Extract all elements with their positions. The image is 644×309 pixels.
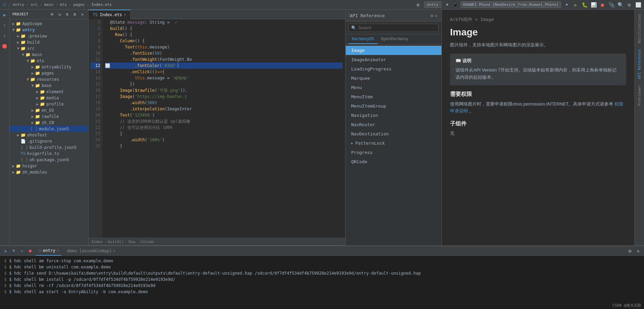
- tree-arrow-entry: ▼: [11, 27, 16, 32]
- api-list-item-menuitem[interactable]: MenuItem: [346, 92, 441, 101]
- panel-menu-button[interactable]: ⋮: [346, 12, 353, 17]
- profile-icon[interactable]: 📊: [590, 2, 597, 8]
- terminal-settings-icon[interactable]: ⚙: [627, 248, 633, 254]
- tree-item-en-us[interactable]: ▶ 📁 en_US: [10, 107, 88, 113]
- tree-item-media[interactable]: ▶ 📁 media: [10, 95, 88, 101]
- breadcrumb-ets: ets: [60, 2, 67, 7]
- tree-arrow-base: ▼: [30, 83, 35, 88]
- terminal-stop-icon[interactable]: ■: [27, 247, 33, 255]
- line-numbers: 5 6 7 8 9 10 11 12 13 14 15 16 17 18 19 …: [89, 19, 102, 238]
- tree-item-element[interactable]: ▶ 📁 element: [10, 89, 88, 95]
- tree-arrow-ets: ▼: [25, 58, 30, 63]
- debug-icon[interactable]: 🐛: [582, 2, 588, 8]
- api-settings-icon[interactable]: ⚙: [430, 13, 433, 18]
- code-editor[interactable]: @State message: String = ✓ build() { Row…: [102, 19, 345, 238]
- breadcrumb-pages: pages: [73, 2, 85, 7]
- tree-item-build[interactable]: ▶ 📁 build: [10, 39, 88, 45]
- api-close-icon[interactable]: ✕: [435, 13, 437, 18]
- run-up-icon[interactable]: ↑: [1, 21, 9, 29]
- api-list-item-patternlock[interactable]: ▶ PatternLock: [346, 139, 441, 148]
- tree-label-appscope: AppScope: [22, 21, 42, 26]
- tree-item-hvigor[interactable]: ▶ 📁 hvigor: [10, 163, 88, 169]
- tree-item-appscope[interactable]: ▶ 📁 AppScope: [10, 21, 88, 27]
- breadcrumb-build: build(): [108, 240, 124, 244]
- tree-item-resources[interactable]: ▼ 📁 resources: [10, 76, 88, 82]
- tree-item-base[interactable]: ▼ 📁 base: [10, 82, 88, 89]
- terminal-run-play-icon[interactable]: ↻: [19, 247, 25, 255]
- tree-item-profile[interactable]: ▶ 📁 profile: [10, 101, 88, 107]
- api-list-item-navrouter[interactable]: NavRouter: [346, 120, 441, 129]
- api-list-item-image[interactable]: Image: [346, 46, 441, 55]
- api-list-item-loadingprogress[interactable]: LoadingProgress: [346, 64, 441, 74]
- stop-icon[interactable]: ■: [599, 2, 606, 8]
- terminal-close-panel-icon[interactable]: ✕: [635, 248, 641, 254]
- tree-item-entryability[interactable]: ▶ 📁 entryability: [10, 64, 88, 70]
- api-list-item-menuitemgroup[interactable]: MenuItemGroup: [346, 101, 441, 111]
- tree-arrow-hvigor-root: ▶: [11, 164, 16, 168]
- settings-sidebar-icon[interactable]: ⚙: [72, 11, 78, 18]
- terminal-content[interactable]: $ $ hdc shell am force-stop com.example.…: [0, 256, 644, 301]
- close-sidebar-icon[interactable]: ✕: [79, 11, 85, 18]
- right-tab-api-reference[interactable]: API Reference: [636, 47, 643, 82]
- tree-item-src[interactable]: ▼ 📁 src: [10, 45, 88, 52]
- right-tab-notifications[interactable]: Notifications: [636, 11, 643, 46]
- breadcrumb-entry[interactable]: ⬡: [3, 2, 6, 7]
- tree-item-entry[interactable]: ▼ 📁 entry: [10, 27, 88, 33]
- tree-item-module-json[interactable]: ▶ { } module.json5: [10, 126, 88, 132]
- device-dropdown-icon[interactable]: ▼: [564, 2, 570, 8]
- api-list-item-imageanimator[interactable]: ImageAnimator: [346, 55, 441, 64]
- tree-item-zh-cn[interactable]: ▶ 📁 zh_CN: [10, 120, 88, 126]
- tree-arrow-ohostest: ▶: [16, 133, 21, 137]
- api-list-item-marquee[interactable]: Marquee: [346, 74, 441, 83]
- api-list-item-menu[interactable]: Menu: [346, 83, 441, 92]
- breakpoint-icon[interactable]: ⬤: [1, 42, 9, 49]
- settings-icon[interactable]: ⚙: [415, 2, 421, 8]
- add-icon[interactable]: ⊕: [49, 11, 55, 18]
- collapse-icon[interactable]: ≡: [64, 11, 70, 18]
- tree-item-build-profile[interactable]: ▶ { } build-profile.json5: [10, 144, 88, 151]
- api-list-item-progress[interactable]: Progress: [346, 148, 441, 157]
- tree-item-rawfile[interactable]: ▶ 📁 rawfile: [10, 113, 88, 120]
- breadcrumb-entry-label[interactable]: entry: [13, 2, 24, 7]
- tree-item-gitignore[interactable]: ▶ 📄 .gitignore: [10, 138, 88, 144]
- tree-item-ets[interactable]: ▼ 📁 ets: [10, 58, 88, 64]
- tree-item-preview[interactable]: ▶ 📁 .preview: [10, 33, 88, 39]
- terminal-run-up-icon[interactable]: ▲: [3, 247, 8, 255]
- run-down-icon[interactable]: ▶: [1, 11, 9, 19]
- tree-label-preview: .preview: [27, 34, 47, 38]
- api-tab-harmonyos[interactable]: HarmonyOS: [348, 34, 378, 44]
- device-selector[interactable]: HUAWEI Phone [NewDevice_from_Huawei_Phon…: [461, 1, 561, 8]
- sync-icon[interactable]: ↻: [57, 11, 63, 18]
- attach-icon[interactable]: 📎: [608, 2, 614, 8]
- terminal-line-5: $ $ hdc shell rm -rf /sdcard/0f7df4f534d…: [4, 283, 640, 289]
- search-icon-top[interactable]: 🔍: [617, 2, 623, 8]
- entry-dropdown-icon[interactable]: ▼: [444, 2, 450, 8]
- terminal-run-down-icon[interactable]: ▼: [11, 247, 16, 255]
- settings-gear-icon[interactable]: ⚙: [626, 2, 632, 8]
- api-list-item-navigation[interactable]: Navigation: [346, 111, 441, 120]
- breadcrumb-src: src: [31, 2, 38, 7]
- right-tab-previewer[interactable]: Previewer: [636, 82, 643, 109]
- tab-close-icon[interactable]: ✕: [124, 13, 126, 16]
- expand-icon[interactable]: ⬜: [635, 2, 641, 8]
- tree-item-oh-modules[interactable]: ▶ 📁 oh_modules: [10, 169, 88, 175]
- terminal-tab-demo[interactable]: demo [assembleHap] ✕: [64, 246, 118, 256]
- tree-item-pages[interactable]: ▶ 📁 pages: [10, 70, 88, 76]
- run-icon[interactable]: ▶: [573, 2, 579, 8]
- tree-item-hvigorfile[interactable]: ▶ TS hvigorfile.ts: [10, 151, 88, 157]
- api-tab-openharmony[interactable]: OpenHarmony: [378, 34, 412, 44]
- terminal-tab-entry-close[interactable]: ✕: [57, 249, 59, 252]
- api-item-label-image: Image: [351, 48, 365, 53]
- editor-content: 5 6 7 8 9 10 11 12 13 14 15 16 17 18 19 …: [89, 19, 345, 238]
- editor-tab-index[interactable]: TS Index.ets ✕: [89, 10, 131, 19]
- run-redo-icon[interactable]: ↓: [1, 32, 9, 39]
- terminal-tab-entry[interactable]: ⬡ entry ✕: [36, 246, 61, 256]
- tree-item-ohostest[interactable]: ▶ 📁 ohosTest: [10, 132, 88, 138]
- api-list-item-navdestination[interactable]: NavDestination: [346, 129, 441, 139]
- entry-label[interactable]: entry: [424, 1, 441, 8]
- terminal-tab-demo-close[interactable]: ✕: [113, 249, 115, 253]
- api-list-item-qrcode[interactable]: QRCode: [346, 157, 441, 166]
- api-search-input[interactable]: [348, 24, 439, 32]
- tree-item-oh-package[interactable]: ▶ { } oh-package.json5: [10, 157, 88, 163]
- tree-item-main[interactable]: ▼ 📁 main: [10, 52, 88, 58]
